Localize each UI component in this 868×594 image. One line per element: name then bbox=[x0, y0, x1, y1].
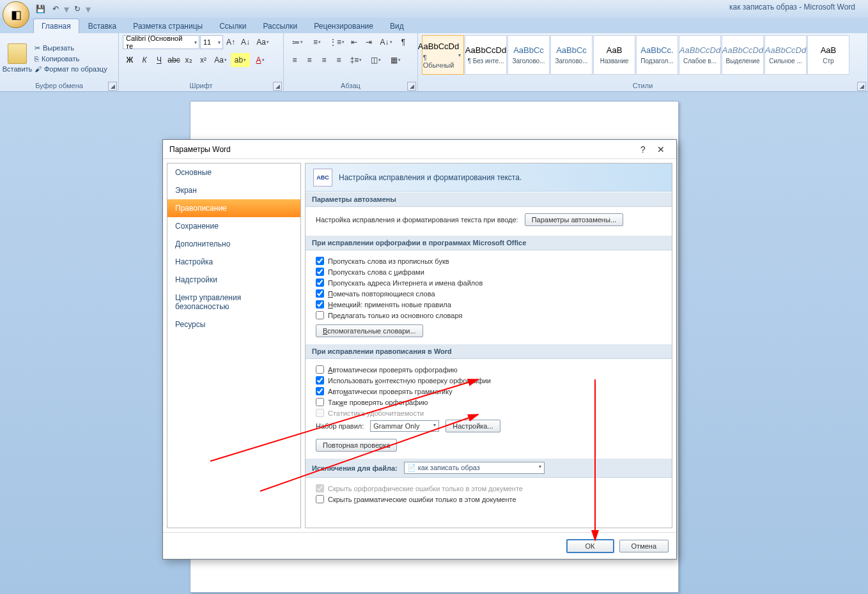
chk-german[interactable]: Немецкий: применять новые правила bbox=[316, 300, 662, 308]
bullets-icon[interactable]: ≔ bbox=[288, 35, 307, 49]
borders-icon[interactable]: ▦ bbox=[386, 53, 405, 67]
underline-icon[interactable]: Ч bbox=[152, 53, 166, 67]
autocorrect-desc: Настройка исправления и форматирования т… bbox=[316, 216, 518, 224]
dialog-content: ABC Настройка исправления и форматирован… bbox=[305, 163, 672, 528]
help-button[interactable]: ? bbox=[634, 144, 652, 155]
superscript-icon[interactable]: x² bbox=[196, 53, 210, 67]
bold-icon[interactable]: Ж bbox=[123, 53, 137, 67]
style-item[interactable]: AaBbCcDd¶ Обычный bbox=[422, 35, 464, 75]
ok-button[interactable]: ОК bbox=[566, 539, 614, 553]
para-launcher[interactable]: ◢ bbox=[407, 82, 416, 91]
numbering-icon[interactable]: ≡ bbox=[307, 35, 327, 49]
tab-mailings[interactable]: Рассылки bbox=[255, 19, 305, 33]
cut-button[interactable]: ✂Вырезать bbox=[33, 43, 109, 53]
clipboard-launcher[interactable]: ◢ bbox=[108, 82, 117, 91]
chk-repeated[interactable]: Помечать повторяющиеся слова bbox=[316, 289, 662, 298]
indent-inc-icon[interactable]: ⇥ bbox=[362, 35, 376, 49]
tab-layout[interactable]: Разметка страницы bbox=[125, 19, 210, 33]
style-item[interactable]: AaBbCcЗаголово... bbox=[508, 35, 550, 75]
undo-icon[interactable]: ↶ bbox=[49, 2, 63, 16]
chk-hide-spell: Скрыть орфографические ошибки только в э… bbox=[316, 484, 662, 492]
group-clipboard-label: Буфер обмена bbox=[4, 81, 114, 90]
style-item[interactable]: AaBbCc.Подзагол... bbox=[636, 35, 678, 75]
dialog-nav: Основные Экран Правописание Сохранение Д… bbox=[167, 163, 301, 528]
nav-resources[interactable]: Ресурсы bbox=[167, 316, 300, 333]
sort-icon[interactable]: A↓ bbox=[376, 35, 396, 49]
paste-icon bbox=[8, 43, 27, 64]
clear-format-icon[interactable]: Aa bbox=[253, 35, 272, 49]
nav-general[interactable]: Основные bbox=[167, 164, 300, 181]
ribbon: Вставить ✂Вырезать ⎘Копировать 🖌Формат п… bbox=[0, 33, 868, 92]
nav-save[interactable]: Сохранение bbox=[167, 217, 300, 235]
shrink-font-icon[interactable]: A↓ bbox=[238, 35, 252, 49]
nav-addins[interactable]: Надстройки bbox=[167, 271, 300, 289]
style-item[interactable]: AaBbCcDdСильное ... bbox=[764, 35, 807, 75]
align-right-icon[interactable]: ≡ bbox=[317, 53, 331, 67]
exceptions-file-select[interactable]: 📄 как записать образ bbox=[404, 462, 545, 474]
copy-button[interactable]: ⎘Копировать bbox=[33, 54, 109, 63]
chk-main-dict[interactable]: Предлагать только из основного словаря bbox=[316, 311, 662, 319]
close-button[interactable]: ✕ bbox=[652, 144, 670, 155]
custom-dict-button[interactable]: Вспомогательные словари... bbox=[316, 324, 423, 337]
highlight-icon[interactable]: ab bbox=[231, 53, 250, 67]
redo-icon[interactable]: ↻ bbox=[70, 2, 84, 16]
tab-references[interactable]: Ссылки bbox=[212, 19, 254, 33]
chk-urls[interactable]: Пропускать адреса Интернета и имена файл… bbox=[316, 278, 662, 287]
show-marks-icon[interactable]: ¶ bbox=[396, 35, 410, 49]
styles-launcher[interactable]: ◢ bbox=[857, 82, 866, 91]
chk-auto-grammar[interactable]: Автоматически проверять грамматику bbox=[316, 387, 662, 395]
tab-review[interactable]: Рецензирование bbox=[306, 19, 381, 33]
chk-uppercase[interactable]: Пропускать слова из прописных букв bbox=[316, 257, 662, 265]
chk-hide-grammar[interactable]: Скрыть грамматические ошибки только в эт… bbox=[316, 495, 662, 503]
font-size-combo[interactable]: 11 bbox=[200, 35, 223, 49]
rules-select[interactable]: Grammar Only bbox=[370, 420, 439, 432]
shading-icon[interactable]: ◫ bbox=[366, 53, 385, 67]
chk-auto-spell[interactable]: Автоматически проверять орфографию bbox=[316, 365, 662, 374]
subscript-icon[interactable]: x₂ bbox=[182, 53, 196, 67]
chk-context-spell[interactable]: Использовать контекстную проверку орфогр… bbox=[316, 376, 662, 385]
section-office-spell-head: При исправлении орфографии в программах … bbox=[306, 236, 672, 250]
align-left-icon[interactable]: ≡ bbox=[288, 53, 302, 67]
italic-icon[interactable]: К bbox=[137, 53, 151, 67]
style-item[interactable]: AaBbCcЗаголово... bbox=[550, 35, 593, 75]
style-gallery[interactable]: AaBbCcDd¶ ОбычныйAaBbCcDd¶ Без инте...Aa… bbox=[422, 35, 850, 80]
recheck-button[interactable]: Повторная проверка bbox=[316, 439, 397, 452]
style-item[interactable]: АаВНазвание bbox=[593, 35, 635, 75]
nav-trust[interactable]: Центр управления безопасностью bbox=[167, 289, 300, 316]
rules-config-button[interactable]: Настройка... bbox=[446, 420, 500, 432]
group-font-label: Шрифт bbox=[123, 81, 279, 90]
style-item[interactable]: AaBbCcDdСлабое в... bbox=[679, 35, 721, 75]
tab-home[interactable]: Главная bbox=[33, 19, 79, 33]
chk-numbers[interactable]: Пропускать слова с цифрами bbox=[316, 268, 662, 276]
font-color-icon[interactable]: A bbox=[251, 53, 270, 67]
office-button[interactable]: ◧ bbox=[3, 1, 29, 28]
strike-icon[interactable]: abc bbox=[167, 53, 181, 67]
font-name-combo[interactable]: Calibri (Основной те bbox=[123, 35, 199, 49]
save-icon[interactable]: 💾 bbox=[33, 2, 47, 16]
paste-button[interactable]: Вставить bbox=[4, 35, 31, 81]
chk-also-spell[interactable]: Также проверять орфографию bbox=[316, 398, 662, 406]
font-launcher[interactable]: ◢ bbox=[273, 82, 282, 91]
format-painter-button[interactable]: 🖌Формат по образцу bbox=[33, 65, 109, 73]
scissors-icon: ✂ bbox=[35, 44, 40, 52]
tab-insert[interactable]: Вставка bbox=[81, 19, 125, 33]
ribbon-tabs: Главная Вставка Разметка страницы Ссылки… bbox=[0, 18, 868, 33]
change-case-icon[interactable]: Aa bbox=[211, 53, 230, 67]
nav-customize[interactable]: Настройка bbox=[167, 253, 300, 271]
nav-proofing[interactable]: Правописание bbox=[167, 199, 300, 217]
autocorrect-options-button[interactable]: Параметры автозамены... bbox=[525, 213, 623, 226]
line-spacing-icon[interactable]: ‡≡ bbox=[346, 53, 366, 67]
cancel-button[interactable]: Отмена bbox=[619, 540, 669, 552]
style-item[interactable]: AaBbCcDd¶ Без инте... bbox=[465, 35, 507, 75]
multilevel-icon[interactable]: ⋮≡ bbox=[327, 35, 346, 49]
grow-font-icon[interactable]: A↑ bbox=[224, 35, 238, 49]
align-center-icon[interactable]: ≡ bbox=[302, 53, 316, 67]
tab-view[interactable]: Вид bbox=[382, 19, 412, 33]
nav-display[interactable]: Экран bbox=[167, 181, 300, 199]
style-item[interactable]: AaBСтр bbox=[807, 35, 849, 75]
nav-advanced[interactable]: Дополнительно bbox=[167, 235, 300, 253]
style-item[interactable]: AaBbCcDdВыделение bbox=[722, 35, 764, 75]
title-bar: ◧ 💾 ↶ ▾ ↻ ▾ как записать образ - Microso… bbox=[0, 0, 868, 18]
justify-icon[interactable]: ≡ bbox=[332, 53, 346, 67]
indent-dec-icon[interactable]: ⇤ bbox=[347, 35, 361, 49]
